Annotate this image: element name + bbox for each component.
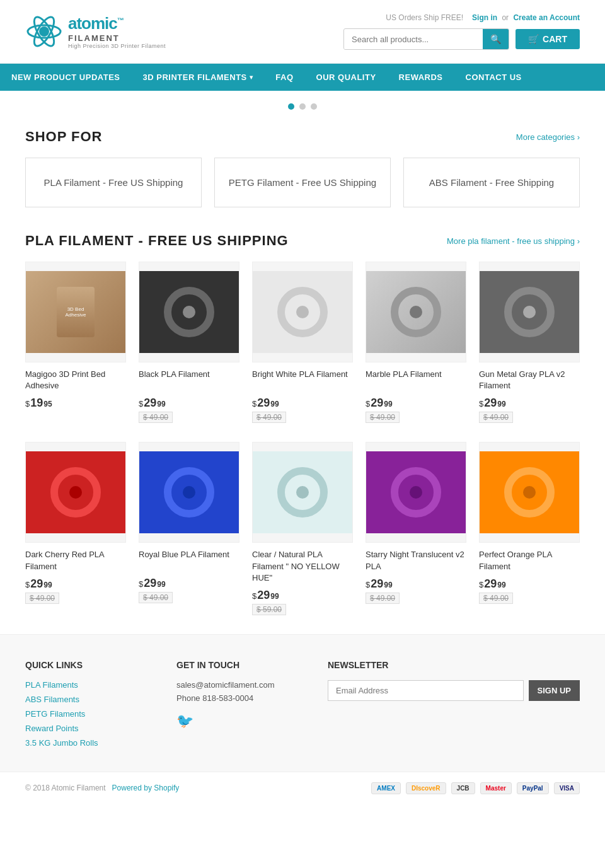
- svg-point-0: [39, 26, 49, 37]
- logo-area: atomic™ FILAMENT High Precision 3D Print…: [25, 13, 166, 50]
- logo-icon: [25, 13, 63, 50]
- logo-tm: ™: [117, 16, 124, 24]
- payment-master: Master: [480, 782, 512, 794]
- nav-item-new-products[interactable]: NEW PRODUCT UPDATES: [0, 64, 131, 91]
- product-price-blue: $ 29 99: [139, 577, 239, 590]
- or-text: or: [502, 13, 509, 22]
- product-old-price-black: $ 49.00: [139, 412, 173, 423]
- footer-link-petg[interactable]: PETG Filaments: [25, 709, 151, 719]
- product-name-purple: Starry Night Translucent v2 PLA: [366, 549, 466, 572]
- dropdown-chevron: ▾: [250, 74, 253, 81]
- price-dollar-sign: $: [479, 580, 483, 589]
- product-old-price-gunmetal: $ 49.00: [479, 412, 513, 423]
- product-name-marble: Marble PLA Filament: [366, 369, 466, 391]
- product-grid-row1: 3D Bed Adhesive Magigoo 3D Print Bed Adh…: [25, 262, 580, 423]
- product-price-clear: $ 29 99: [252, 589, 353, 602]
- header-right: US Orders Ship FREE! Sign in or Create a…: [343, 13, 580, 50]
- pla-section-header: PLA FILAMENT - FREE US SHIPPING More pla…: [25, 233, 580, 249]
- price-dollars: 29: [144, 396, 156, 410]
- quick-links-title: QUICK LINKS: [25, 660, 151, 670]
- product-image-clear: [252, 442, 353, 543]
- newsletter-signup-button[interactable]: SIGN UP: [529, 680, 580, 701]
- price-dollars: 29: [30, 577, 43, 591]
- price-dollars: 29: [257, 589, 270, 602]
- price-dollar-sign: $: [25, 399, 30, 408]
- payment-icons: AMEX DIscoveR JCB Master PayPal VISA: [371, 782, 580, 794]
- slider-dot-1[interactable]: [288, 103, 294, 110]
- cart-icon: 🛒: [528, 34, 539, 44]
- search-input[interactable]: [344, 30, 483, 49]
- main-nav: NEW PRODUCT UPDATES 3D PRINTER FILAMENTS…: [0, 64, 605, 91]
- price-dollar-sign: $: [366, 580, 370, 589]
- price-cents: 99: [270, 400, 279, 408]
- product-name-black: Black PLA Filament: [139, 369, 239, 391]
- product-card-white[interactable]: Bright White PLA Filament $ 29 99 $ 49.0…: [252, 262, 353, 423]
- product-name-orange: Perfect Orange PLA Filament: [479, 549, 580, 572]
- product-price-white: $ 29 99: [252, 396, 353, 410]
- create-account-link[interactable]: Create an Account: [513, 13, 580, 22]
- nav-item-faq[interactable]: FAQ: [264, 64, 304, 91]
- product-card-orange[interactable]: Perfect Orange PLA Filament $ 29 99 $ 49…: [479, 442, 580, 615]
- nav-item-quality[interactable]: OUR QUALITY: [305, 64, 388, 91]
- twitter-icon[interactable]: 🐦: [176, 713, 193, 729]
- category-petg[interactable]: PETG Filament - Free US Shipping: [214, 158, 391, 207]
- product-card-gunmetal[interactable]: Gun Metal Gray PLA v2 Filament $ 29 99 $…: [479, 262, 580, 423]
- footer-link-rewards[interactable]: Reward Points: [25, 724, 151, 733]
- product-old-price-purple: $ 49.00: [366, 593, 400, 604]
- product-name-white: Bright White PLA Filament: [252, 369, 353, 391]
- product-price-orange: $ 29 99: [479, 577, 580, 591]
- price-dollar-sign: $: [25, 580, 30, 589]
- product-grid-row2: Dark Cherry Red PLA Filament $ 29 99 $ 4…: [25, 442, 580, 615]
- sign-in-link[interactable]: Sign in: [472, 13, 497, 22]
- logo-tagline: High Precision 3D Printer Filament: [68, 43, 166, 49]
- product-name-clear: Clear / Natural PLA Filament " NO YELLOW…: [252, 549, 353, 584]
- product-card-marble[interactable]: Marble PLA Filament $ 29 99 $ 49.00: [366, 262, 466, 423]
- slider-dot-3[interactable]: [311, 103, 317, 110]
- payment-discover: DIscoveR: [406, 782, 446, 794]
- search-button[interactable]: 🔍: [483, 29, 509, 49]
- logo-filament-text: FILAMENT: [68, 33, 166, 43]
- footer-newsletter: NEWSLETTER SIGN UP: [328, 660, 580, 753]
- footer-link-jumbo[interactable]: 3.5 KG Jumbo Rolls: [25, 738, 151, 748]
- product-card-black[interactable]: Black PLA Filament $ 29 99 $ 49.00: [139, 262, 239, 423]
- nav-item-rewards[interactable]: REWARDS: [388, 64, 454, 91]
- more-categories-link[interactable]: More categories ›: [516, 132, 580, 142]
- search-box: 🔍: [343, 28, 509, 50]
- category-pla[interactable]: PLA Filament - Free US Shipping: [25, 158, 202, 207]
- product-card-magigoo[interactable]: 3D Bed Adhesive Magigoo 3D Print Bed Adh…: [25, 262, 126, 423]
- shop-for-header: SHOP FOR More categories ›: [25, 129, 580, 145]
- footer-link-abs[interactable]: ABS Filaments: [25, 695, 151, 704]
- powered-by-shopify[interactable]: Powered by Shopify: [112, 784, 180, 792]
- footer-link-pla[interactable]: PLA Filaments: [25, 680, 151, 690]
- product-card-blue[interactable]: Royal Blue PLA Filament $ 29 99 $ 49.00: [139, 442, 239, 615]
- product-name-magigoo: Magigoo 3D Print Bed Adhesive: [25, 369, 126, 391]
- shipping-notice: US Orders Ship FREE!: [386, 13, 463, 22]
- product-image-gunmetal: [479, 262, 580, 362]
- price-dollar-sign: $: [366, 399, 370, 408]
- nav-item-filaments[interactable]: 3D PRINTER FILAMENTS ▾: [131, 64, 264, 91]
- product-image-blue: [139, 442, 239, 543]
- footer-main: QUICK LINKS PLA Filaments ABS Filaments …: [0, 634, 605, 772]
- shop-for-title: SHOP FOR: [25, 129, 103, 145]
- slider-dot-2[interactable]: [299, 103, 306, 110]
- price-cents: 99: [384, 400, 392, 408]
- product-card-red[interactable]: Dark Cherry Red PLA Filament $ 29 99 $ 4…: [25, 442, 126, 615]
- price-dollar-sign: $: [139, 399, 143, 408]
- cart-button[interactable]: 🛒 CART: [516, 29, 580, 49]
- header-top-links: US Orders Ship FREE! Sign in or Create a…: [383, 13, 580, 22]
- header-search-cart: 🔍 🛒 CART: [343, 28, 580, 50]
- header: atomic™ FILAMENT High Precision 3D Print…: [0, 0, 605, 64]
- nav-item-contact[interactable]: CONTACT US: [454, 64, 533, 91]
- more-pla-link[interactable]: More pla filament - free us shipping ›: [447, 236, 580, 246]
- newsletter-email-input[interactable]: [328, 680, 524, 701]
- price-dollar-sign: $: [479, 399, 483, 408]
- product-card-clear[interactable]: Clear / Natural PLA Filament " NO YELLOW…: [252, 442, 353, 615]
- product-price-magigoo: $ 19 95: [25, 396, 126, 410]
- category-abs[interactable]: ABS Filament - Free Shipping: [403, 158, 580, 207]
- price-dollars: 29: [371, 577, 383, 591]
- product-old-price-white: $ 49.00: [252, 412, 286, 423]
- contact-email: sales@atomicfilament.com: [176, 680, 302, 690]
- pla-section: PLA FILAMENT - FREE US SHIPPING More pla…: [0, 226, 605, 634]
- product-card-purple[interactable]: Starry Night Translucent v2 PLA $ 29 99 …: [366, 442, 466, 615]
- product-old-price-clear: $ 59.00: [252, 604, 286, 615]
